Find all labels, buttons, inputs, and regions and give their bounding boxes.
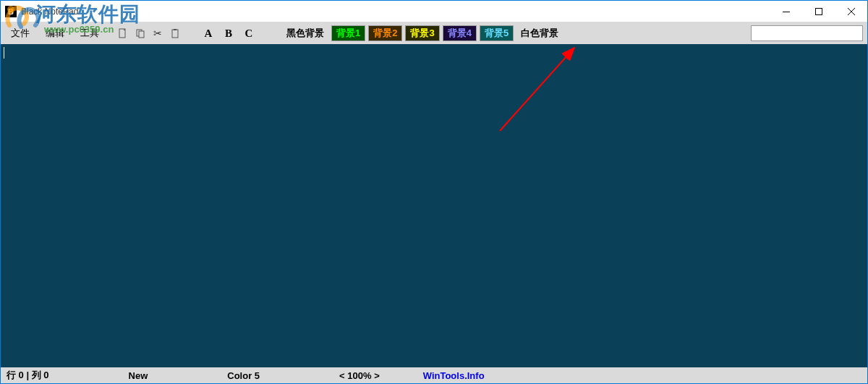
background-5-button[interactable]: 背景5	[480, 25, 514, 41]
paste-icon[interactable]	[167, 25, 183, 41]
maximize-button[interactable]	[802, 1, 835, 22]
app-title: Black NotePad	[21, 7, 78, 17]
svg-rect-0	[783, 12, 790, 12]
background-4-button[interactable]: 背景4	[443, 25, 477, 41]
status-zoom[interactable]: < 100% >	[339, 370, 380, 381]
title-bar: B Black NotePad	[1, 1, 867, 22]
background-1-button[interactable]: 背景1	[331, 25, 365, 41]
menu-tools[interactable]: 工具	[73, 25, 106, 42]
menu-edit[interactable]: 编辑	[38, 25, 72, 42]
svg-rect-4	[139, 31, 144, 38]
new-file-icon[interactable]	[115, 25, 131, 41]
svg-rect-5	[172, 30, 178, 38]
font-style-a[interactable]: A	[199, 25, 218, 41]
copy-icon[interactable]	[132, 25, 148, 41]
toolbar: 文件 编辑 工具 ✂ A B C 黑色背景 背景1 背景2 背景3 背景4 背景…	[1, 22, 867, 44]
status-cursor-position: 行 0 | 列 0	[7, 369, 49, 382]
search-input[interactable]	[751, 25, 863, 41]
font-style-c[interactable]: C	[239, 25, 258, 41]
status-bar: 行 0 | 列 0 New Color 5 < 100% > WinTools.…	[1, 367, 867, 383]
close-button[interactable]	[835, 1, 867, 22]
text-editor-area[interactable]	[1, 44, 867, 367]
cut-icon[interactable]: ✂	[150, 25, 166, 41]
font-style-b[interactable]: B	[219, 25, 238, 41]
app-icon: B	[5, 6, 17, 17]
status-link[interactable]: WinTools.Info	[423, 370, 485, 381]
background-3-button[interactable]: 背景3	[405, 25, 439, 41]
minimize-button[interactable]	[770, 1, 802, 22]
svg-rect-6	[174, 29, 176, 30]
menu-file[interactable]: 文件	[4, 25, 37, 42]
window-controls	[770, 1, 867, 22]
background-white-button[interactable]: 白色背景	[516, 25, 563, 41]
background-2-button[interactable]: 背景2	[368, 25, 402, 41]
background-black-button[interactable]: 黑色背景	[282, 25, 328, 41]
status-color-scheme: Color 5	[227, 370, 260, 381]
text-cursor	[4, 47, 4, 59]
svg-rect-1	[815, 9, 822, 15]
status-file-state: New	[129, 370, 148, 381]
